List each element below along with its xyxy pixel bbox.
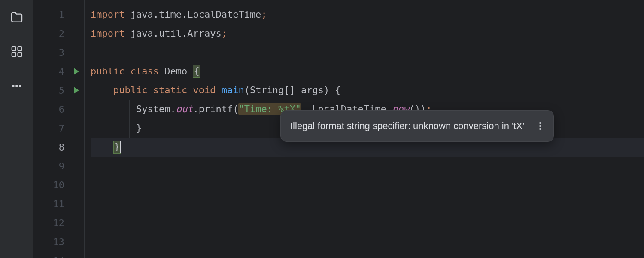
line-number: 1: [33, 5, 84, 24]
code-line[interactable]: [91, 194, 644, 213]
line-number: 10: [33, 175, 84, 194]
line-number: 5: [33, 81, 84, 100]
structure-icon[interactable]: [8, 43, 25, 60]
code-line[interactable]: import java.util.Arrays;: [91, 24, 644, 43]
inspection-tooltip[interactable]: Illegal format string specifier: unknown…: [280, 110, 554, 142]
svg-rect-1: [18, 47, 22, 51]
line-number: 6: [33, 100, 84, 119]
brace-match-highlight: }: [113, 141, 121, 154]
left-toolstrip: [0, 0, 33, 258]
run-gutter-icon[interactable]: [74, 87, 79, 94]
brace-match-highlight: {: [193, 65, 200, 78]
code-line[interactable]: public class Demo {: [91, 62, 644, 81]
text-caret: [120, 141, 121, 153]
line-number: 8: [33, 138, 84, 157]
code-line[interactable]: [91, 43, 644, 62]
line-number-gutter: 1 2 3 4 5 6 7 8 9 10 11 12 13 14: [33, 0, 84, 258]
code-line[interactable]: public static void main(String[] args) {: [91, 81, 644, 100]
svg-rect-2: [12, 53, 16, 57]
svg-point-5: [16, 85, 18, 87]
svg-point-6: [19, 85, 21, 87]
svg-point-4: [12, 85, 15, 87]
code-line[interactable]: [91, 251, 644, 258]
editor-root: 1 2 3 4 5 6 7 8 9 10 11 12 13 14 import …: [0, 0, 644, 258]
line-number: 14: [33, 251, 84, 258]
line-number: 3: [33, 43, 84, 62]
line-number: 13: [33, 232, 84, 251]
code-line[interactable]: import java.time.LocalDateTime;: [91, 5, 644, 24]
code-line[interactable]: [91, 213, 644, 232]
folder-icon[interactable]: [8, 9, 25, 26]
line-number: 2: [33, 24, 84, 43]
more-icon[interactable]: [8, 77, 25, 95]
run-gutter-icon[interactable]: [74, 68, 79, 75]
code-line[interactable]: [91, 232, 644, 251]
line-number: 12: [33, 213, 84, 232]
svg-rect-3: [18, 53, 22, 57]
code-editor[interactable]: 1 2 3 4 5 6 7 8 9 10 11 12 13 14 import …: [33, 0, 644, 258]
svg-rect-0: [12, 47, 16, 51]
tooltip-more-actions-icon[interactable]: [536, 122, 544, 130]
line-number: 7: [33, 119, 84, 138]
code-line[interactable]: [91, 175, 644, 194]
code-area[interactable]: import java.time.LocalDateTime; import j…: [84, 0, 644, 258]
line-number: 4: [33, 62, 84, 81]
code-line[interactable]: [91, 157, 644, 175]
line-number: 9: [33, 157, 84, 175]
line-number: 11: [33, 194, 84, 213]
tooltip-message: Illegal format string specifier: unknown…: [290, 117, 524, 135]
